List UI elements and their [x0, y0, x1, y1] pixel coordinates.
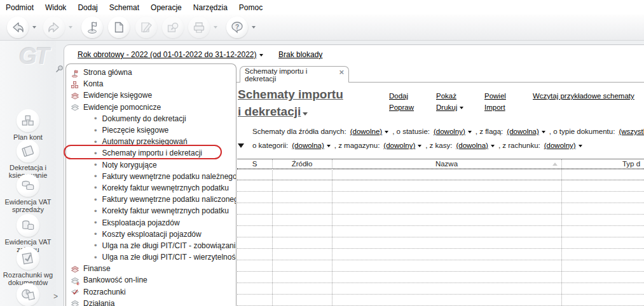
toolbar: ? [0, 15, 644, 41]
dropdown-caret-icon[interactable] [460, 107, 463, 109]
tree-item-schematy-importu-i-dekretacji[interactable]: •Schematy importu i dekretacji [66, 147, 236, 159]
action-popraw[interactable]: Popraw [389, 102, 414, 113]
tree-item-rozrachunki[interactable]: Rozrachunki [66, 286, 236, 298]
tree-item-dzia-ania[interactable]: Działania [66, 298, 236, 306]
tree-item-faktury-wewnetrzne-podatku-naliczonego[interactable]: •Faktury wewnętrzne podatku naliczonego [66, 194, 236, 205]
table-row[interactable] [237, 295, 644, 306]
dropdown-caret-icon[interactable] [252, 26, 256, 29]
filter-dowolny[interactable]: (dowolny) [383, 142, 421, 149]
sidebar-item-sprawozdania[interactable]: Sprawozdania [0, 283, 56, 306]
table-header-row: SŹródłoNazwaTyp d [237, 159, 644, 169]
collapse-filters-icon[interactable] [238, 143, 244, 148]
tree-item-noty-korygujace[interactable]: •Noty korygujące [66, 159, 236, 171]
action-wczytaj-przyk-adowe-schematy[interactable]: Wczytaj przykładowe schematy [533, 90, 634, 102]
tree-item-korekty-faktur-wewnetrznych-podatku[interactable]: •Korekty faktur wewnętrznych podatku [66, 205, 236, 216]
tree-item-konta[interactable]: Konta [66, 78, 236, 90]
action-dodaj[interactable]: Dodaj [389, 90, 414, 102]
table-row[interactable] [237, 203, 644, 215]
expand-chevron-icon[interactable]: > [53, 292, 58, 301]
tree-item-ulga-na-z-e-d-ugi-pit-cit-zobowiazania[interactable]: •Ulga na złe długi PIT/CIT - zobowiązani… [66, 240, 236, 251]
table-row[interactable] [237, 192, 644, 203]
menu-pomoc[interactable]: Pomoc [234, 1, 269, 14]
tree-item-eksploatacja-pojazdow[interactable]: •Eksploatacja pojazdów [66, 216, 236, 228]
column-header-zrod-o[interactable]: Źródło [272, 160, 332, 168]
dropdown-caret-icon[interactable] [418, 145, 421, 147]
column-header-typ-d[interactable]: Typ d [561, 160, 644, 168]
dropdown-caret-icon[interactable] [542, 131, 545, 133]
navigate-back-icon[interactable] [7, 17, 29, 38]
filter-dowolna[interactable]: (dowolna) [456, 142, 495, 149]
sidebar-item-rozrachunki-wg-dokumentow[interactable]: Rozrachunki wg dokumentów [0, 247, 56, 286]
tab-schematy-importu-i-dekretacji[interactable]: Schematy importu i dekretacji × [240, 66, 349, 83]
action-label: Wczytaj przykładowe schematy [533, 92, 634, 100]
dropdown-caret-icon[interactable] [69, 26, 72, 29]
gt-logo: GT [19, 43, 48, 70]
help-icon[interactable]: ? [226, 17, 248, 38]
column-header-nazwa[interactable]: Nazwa [332, 160, 561, 168]
dropdown-caret-icon[interactable] [385, 131, 388, 133]
menu-operacje[interactable]: Operacje [146, 1, 188, 14]
bullet-icon: • [94, 253, 97, 262]
menu-podmiot[interactable]: Podmiot [1, 1, 40, 14]
action-pokaz[interactable]: Pokaż [436, 90, 463, 102]
tree-item-pieczecie-ksiegowe[interactable]: •Pieczęcie księgowe [66, 124, 236, 136]
filter-dowolna[interactable]: (dowolna) [507, 128, 545, 135]
filter-dowolne[interactable]: (dowolne) [350, 128, 389, 135]
action-drukuj[interactable]: Drukuj [436, 102, 463, 113]
sidebar-item-ewidencja-vat-sprzedazy[interactable]: Ewidencja VAT sprzedaży [0, 174, 56, 213]
tree-item-bankowosc-on-line[interactable]: eBankowość on-line [66, 274, 236, 286]
sidebar-item-dekretacja-i-ksiegowanie[interactable]: Dekretacja i księgowanie [0, 140, 56, 179]
tree-item-automaty-przeksiegowan[interactable]: •Automaty przeksięgowań [66, 136, 236, 147]
filter-dowolny[interactable]: (dowolny) [434, 128, 472, 135]
dropdown-caret-icon[interactable] [579, 145, 582, 147]
table-row[interactable] [237, 249, 644, 260]
dropdown-caret-icon[interactable] [214, 26, 217, 29]
menu-narzedzia[interactable]: Narzędzia [188, 1, 234, 14]
preview-icon[interactable] [162, 17, 184, 38]
table-row[interactable] [237, 260, 644, 272]
filter-dowolna[interactable]: (dowolna) [292, 142, 331, 149]
column-header-s[interactable]: S [237, 160, 272, 168]
tree-item-finanse[interactable]: Finanse [66, 263, 236, 274]
menu-schemat[interactable]: Schemat [104, 1, 146, 14]
dropdown-caret-icon[interactable] [327, 145, 331, 147]
filter-link-label: (dowolny) [434, 128, 465, 135]
menu-widok[interactable]: Widok [40, 1, 72, 14]
table-row[interactable] [237, 169, 644, 180]
print-icon[interactable] [188, 17, 210, 38]
action-import[interactable]: Import [484, 102, 506, 113]
tree-item-label: Faktury wewnętrzne podatku naliczonego [102, 195, 236, 204]
table-row[interactable] [237, 180, 644, 192]
filter-text: , o statusie: [392, 128, 430, 135]
bullet-icon: • [94, 218, 97, 227]
pin-icon[interactable] [54, 64, 64, 74]
lock-status-link[interactable]: Brak blokady [278, 50, 322, 59]
dropdown-caret-icon[interactable] [32, 26, 36, 29]
action-powiel[interactable]: Powiel [484, 90, 506, 102]
table-row[interactable] [237, 272, 644, 283]
column-divider [272, 159, 273, 306]
dropdown-caret-icon[interactable] [468, 131, 472, 133]
tree-item-koszty-eksploatacji-pojazdow[interactable]: •Koszty eksploatacji pojazdów [66, 229, 236, 240]
fiscal-year-selector[interactable]: Rok obrotowy - 2022 (od 01-01-2022 do 31… [78, 50, 263, 59]
filter-wszystkie[interactable]: (wszystkie [619, 128, 644, 135]
tree-item-ulga-na-z-e-d-ugi-pit-cit-wierzytelnosci[interactable]: •Ulga na złe długi PIT/CIT - wierzytelno… [66, 251, 236, 263]
close-icon[interactable]: × [339, 68, 344, 76]
tree-item-faktury-wewnetrzne-podatku-naleznego[interactable]: •Faktury wewnętrzne podatku należnego [66, 171, 236, 182]
flag-toolbar-icon[interactable] [81, 17, 103, 38]
new-document-icon[interactable] [108, 17, 130, 38]
tree-item-korekty-faktur-wewnetrznych-podatku[interactable]: •Korekty faktur wewnętrznych podatku [66, 182, 236, 194]
sidebar-item-label: Ewidencja VAT sprzedaży [0, 199, 56, 213]
navigate-forward-icon[interactable] [43, 17, 65, 38]
actions-tree-icon [71, 299, 79, 306]
dropdown-caret-icon[interactable] [491, 145, 495, 147]
table-row[interactable] [237, 283, 644, 295]
menu-dodaj[interactable]: Dodaj [72, 1, 104, 14]
tree-item-strona-g-owna[interactable]: Strona główna [66, 67, 236, 78]
filter-dowolny[interactable]: (dowolny) [544, 142, 582, 149]
table-row[interactable] [237, 226, 644, 237]
table-row[interactable] [237, 215, 644, 226]
tree-item-label: Pieczęcie księgowe [102, 126, 169, 135]
table-row[interactable] [237, 237, 644, 249]
edit-icon[interactable] [135, 17, 157, 38]
